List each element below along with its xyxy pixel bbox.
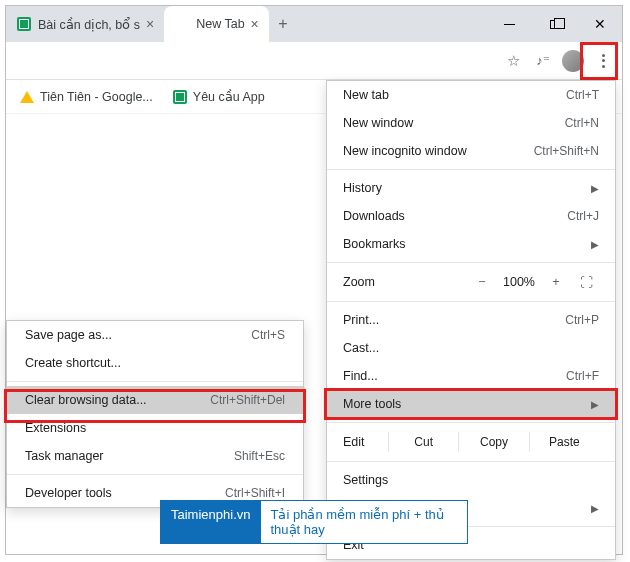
paste-button[interactable]: Paste bbox=[529, 432, 599, 452]
submenu-create-shortcut[interactable]: Create shortcut... bbox=[7, 349, 303, 377]
menu-bookmarks[interactable]: Bookmarks▶ bbox=[327, 230, 615, 258]
menu-button[interactable] bbox=[588, 46, 618, 76]
separator bbox=[327, 461, 615, 462]
zoom-out-button[interactable]: − bbox=[469, 275, 495, 289]
menu-new-incognito[interactable]: New incognito windowCtrl+Shift+N bbox=[327, 137, 615, 165]
tab-title: Bài cần dịch, bổ s bbox=[38, 17, 140, 32]
bookmark-item[interactable]: Tiên Tiên - Google... bbox=[12, 86, 161, 108]
bookmark-item[interactable]: Yêu cầu App bbox=[165, 85, 273, 108]
kebab-icon bbox=[602, 54, 605, 68]
close-icon[interactable]: × bbox=[251, 16, 259, 32]
separator bbox=[7, 474, 303, 475]
menu-new-tab[interactable]: New tabCtrl+T bbox=[327, 81, 615, 109]
footer-watermark: Taimienphi.vn Tải phần mềm miễn phí + th… bbox=[160, 500, 468, 544]
menu-zoom: Zoom − 100% + ⛶ bbox=[327, 267, 615, 297]
menu-print[interactable]: Print...Ctrl+P bbox=[327, 306, 615, 334]
separator bbox=[327, 169, 615, 170]
close-icon[interactable]: × bbox=[146, 16, 154, 32]
menu-settings[interactable]: Settings bbox=[327, 466, 615, 494]
menu-history[interactable]: History▶ bbox=[327, 174, 615, 202]
sheets-icon bbox=[173, 90, 187, 104]
separator bbox=[327, 422, 615, 423]
bookmark-label: Tiên Tiên - Google... bbox=[40, 90, 153, 104]
chevron-right-icon: ▶ bbox=[591, 183, 599, 194]
separator bbox=[327, 262, 615, 263]
menu-new-window[interactable]: New windowCtrl+N bbox=[327, 109, 615, 137]
copy-button[interactable]: Copy bbox=[458, 432, 528, 452]
chevron-right-icon: ▶ bbox=[591, 399, 599, 410]
fullscreen-icon[interactable]: ⛶ bbox=[573, 275, 599, 290]
menu-edit: Edit Cut Copy Paste bbox=[327, 427, 615, 457]
browser-window: Bài cần dịch, bổ s × New Tab × + ✕ ☆ ♪⁼ … bbox=[5, 5, 623, 555]
menu-cast[interactable]: Cast... bbox=[327, 334, 615, 362]
sheets-icon bbox=[16, 16, 32, 32]
cut-button[interactable]: Cut bbox=[388, 432, 458, 452]
more-tools-submenu: Save page as...Ctrl+S Create shortcut...… bbox=[6, 320, 304, 508]
menu-find[interactable]: Find...Ctrl+F bbox=[327, 362, 615, 390]
zoom-in-button[interactable]: + bbox=[543, 275, 569, 289]
avatar[interactable] bbox=[562, 50, 584, 72]
tab-2[interactable]: New Tab × bbox=[164, 6, 269, 42]
media-icon[interactable]: ♪⁼ bbox=[528, 46, 558, 76]
chevron-right-icon: ▶ bbox=[591, 503, 599, 514]
footer-slogan: Tải phần mềm miễn phí + thủ thuật hay bbox=[261, 501, 468, 543]
toolbar: ☆ ♪⁼ bbox=[6, 42, 622, 80]
submenu-task-manager[interactable]: Task managerShift+Esc bbox=[7, 442, 303, 470]
titlebar: Bài cần dịch, bổ s × New Tab × + ✕ bbox=[6, 6, 622, 42]
submenu-extensions[interactable]: Extensions bbox=[7, 414, 303, 442]
menu-more-tools[interactable]: More tools▶ bbox=[327, 390, 615, 418]
close-window-button[interactable]: ✕ bbox=[577, 6, 622, 42]
star-icon[interactable]: ☆ bbox=[498, 46, 528, 76]
zoom-value: 100% bbox=[499, 275, 539, 289]
separator bbox=[7, 381, 303, 382]
footer-brand: Taimienphi.vn bbox=[161, 501, 261, 543]
main-menu: New tabCtrl+T New windowCtrl+N New incog… bbox=[326, 80, 616, 560]
submenu-save-page[interactable]: Save page as...Ctrl+S bbox=[7, 321, 303, 349]
menu-downloads[interactable]: DownloadsCtrl+J bbox=[327, 202, 615, 230]
window-controls: ✕ bbox=[487, 6, 622, 42]
submenu-clear-browsing-data[interactable]: Clear browsing data...Ctrl+Shift+Del bbox=[7, 386, 303, 414]
tab-title: New Tab bbox=[196, 17, 244, 31]
bookmark-label: Yêu cầu App bbox=[193, 89, 265, 104]
blank-icon bbox=[174, 16, 190, 32]
separator bbox=[327, 301, 615, 302]
minimize-button[interactable] bbox=[487, 6, 532, 42]
drive-icon bbox=[20, 91, 34, 103]
tab-1[interactable]: Bài cần dịch, bổ s × bbox=[6, 6, 164, 42]
chevron-right-icon: ▶ bbox=[591, 239, 599, 250]
new-tab-button[interactable]: + bbox=[269, 6, 297, 42]
maximize-button[interactable] bbox=[532, 6, 577, 42]
